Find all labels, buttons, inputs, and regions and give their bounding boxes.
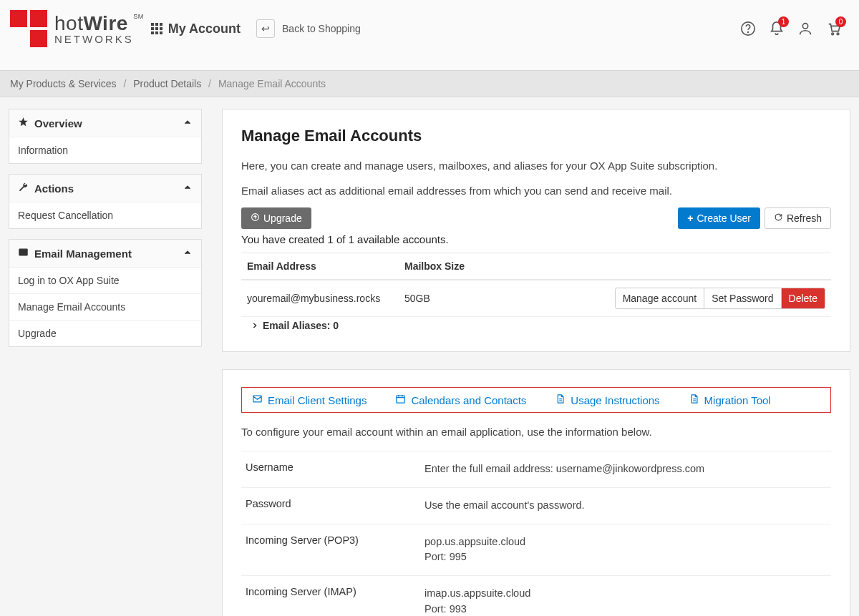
refresh-icon	[774, 212, 783, 224]
logo-icon	[10, 10, 47, 47]
sidebar-item-information[interactable]: Information	[9, 137, 201, 163]
back-label: Back to Shopping	[282, 23, 361, 34]
tab-migration-tool[interactable]: Migration Tool	[689, 393, 771, 406]
create-user-label: Create User	[697, 212, 751, 224]
tab-a-label: Email Client Settings	[268, 394, 367, 406]
tab-email-client-settings[interactable]: Email Client Settings	[252, 393, 367, 406]
apps-grid-icon	[151, 23, 162, 34]
svg-point-1	[748, 32, 749, 33]
main-content: Manage Email Accounts Here, you can crea…	[222, 109, 850, 616]
header-icons: 1 0	[740, 21, 849, 36]
breadcrumb-products[interactable]: My Products & Services	[10, 78, 117, 89]
manage-account-button[interactable]: Manage account	[615, 288, 705, 309]
refresh-button[interactable]: Refresh	[765, 207, 831, 229]
brand-networks: NETWORKS	[54, 34, 134, 44]
desc-1: Here, you can create and manage users, m…	[241, 158, 831, 175]
sidebar-item-ox-login[interactable]: Log in to OX App Suite	[9, 267, 201, 293]
sidebar-item-manage-email[interactable]: Manage Email Accounts	[9, 293, 201, 320]
settings-row-password: Password Use the email account's passwor…	[241, 487, 831, 524]
user-icon[interactable]	[797, 21, 813, 36]
svg-point-3	[832, 33, 834, 35]
page-title: Manage Email Accounts	[241, 127, 831, 145]
table-header: Email Address Mailbox Size	[241, 253, 831, 280]
manage-email-card: Manage Email Accounts Here, you can crea…	[222, 109, 850, 352]
document-icon	[555, 393, 566, 406]
logo-text: hotWireSM NETWORKS	[54, 14, 134, 44]
upgrade-button[interactable]: Upgrade	[241, 207, 311, 229]
help-icon[interactable]	[740, 21, 756, 36]
sidebar-item-cancel[interactable]: Request Cancellation	[9, 202, 201, 228]
settings-table: Username Enter the full email address: u…	[241, 451, 831, 616]
breadcrumb: My Products & Services / Product Details…	[0, 70, 859, 97]
cell-email: youremail@mybusiness.rocks	[247, 293, 404, 304]
brand-hot: hot	[54, 12, 83, 34]
sidebar-header-email[interactable]: Email Management	[9, 240, 201, 267]
cart-badge: 0	[835, 16, 846, 27]
settings-row-imap: Incoming Server (IMAP) imap.us.appsuite.…	[241, 575, 831, 616]
col-email: Email Address	[247, 260, 404, 272]
accounts-count-note: You have created 1 of 1 available accoun…	[241, 233, 831, 245]
plus-icon: +	[687, 212, 693, 224]
desc-2: Email aliases act as additional email ad…	[241, 183, 831, 200]
brand-sm: SM	[133, 14, 144, 20]
document-icon	[689, 393, 699, 406]
table-row: youremail@mybusiness.rocks 50GB Manage a…	[241, 280, 831, 317]
accounts-table: Email Address Mailbox Size youremail@myb…	[241, 253, 831, 334]
my-account-label: My Account	[168, 21, 241, 36]
sidebar-header-actions[interactable]: Actions	[9, 175, 201, 202]
svg-point-2	[802, 24, 807, 29]
client-settings-card: Email Client Settings Calendars and Cont…	[222, 369, 850, 616]
settings-tabs: Email Client Settings Calendars and Cont…	[241, 387, 831, 413]
tab-calendars-contacts[interactable]: Calendars and Contacts	[395, 393, 526, 406]
overview-title: Overview	[34, 117, 82, 129]
notifications-badge: 1	[778, 16, 789, 27]
chevron-up-icon	[183, 117, 193, 129]
envelope-icon	[18, 247, 29, 260]
svg-rect-8	[397, 396, 404, 403]
sidebar-panel-email: Email Management Log in to OX App Suite …	[9, 239, 202, 347]
email-title: Email Management	[34, 248, 132, 260]
sidebar-item-upgrade[interactable]: Upgrade	[9, 320, 201, 346]
envelope-icon	[252, 393, 263, 406]
cart-icon[interactable]: 0	[826, 21, 842, 36]
aliases-label: Email Aliases: 0	[263, 320, 339, 331]
upgrade-label: Upgrade	[263, 212, 302, 224]
app-header: hotWireSM NETWORKS My Account ↩ Back to …	[0, 0, 859, 70]
notifications-icon[interactable]: 1	[769, 21, 785, 36]
tab-usage-instructions[interactable]: Usage Instructions	[555, 393, 659, 406]
breadcrumb-details[interactable]: Product Details	[133, 78, 201, 89]
sidebar: Overview Information Actions Request Can…	[9, 109, 202, 616]
sidebar-panel-actions: Actions Request Cancellation	[9, 174, 202, 229]
config-note: To configure your email account within a…	[241, 426, 831, 438]
set-password-button[interactable]: Set Password	[704, 288, 781, 309]
row-actions: Manage account Set Password Delete	[611, 288, 825, 309]
breadcrumb-current: Manage Email Accounts	[218, 78, 326, 89]
tab-c-label: Usage Instructions	[571, 394, 659, 406]
wrench-icon	[18, 182, 29, 195]
delete-button[interactable]: Delete	[781, 288, 825, 309]
back-to-shopping-link[interactable]: ↩ Back to Shopping	[256, 19, 361, 38]
sidebar-panel-overview: Overview Information	[9, 109, 202, 164]
settings-row-username: Username Enter the full email address: u…	[241, 451, 831, 487]
col-size: Mailbox Size	[404, 260, 611, 272]
brand-wire: Wire	[83, 12, 127, 34]
chevron-right-icon	[251, 320, 258, 331]
chevron-up-icon	[183, 182, 193, 195]
star-icon	[18, 117, 29, 129]
refresh-label: Refresh	[787, 212, 822, 224]
chevron-up-icon	[183, 248, 193, 260]
settings-row-pop3: Incoming Server (POP3) pop.us.appsuite.c…	[241, 524, 831, 576]
tab-b-label: Calendars and Contacts	[411, 394, 526, 406]
actions-title: Actions	[34, 182, 74, 195]
my-account-link[interactable]: My Account	[151, 21, 241, 36]
svg-point-4	[837, 33, 839, 35]
back-arrow-icon: ↩	[256, 19, 275, 38]
tab-d-label: Migration Tool	[704, 394, 771, 406]
sidebar-header-overview[interactable]: Overview	[9, 109, 201, 137]
create-user-button[interactable]: + Create User	[678, 207, 760, 229]
calendar-icon	[395, 393, 406, 406]
cell-size: 50GB	[404, 293, 611, 304]
email-aliases-toggle[interactable]: Email Aliases: 0	[241, 317, 831, 334]
arrow-up-circle-icon	[251, 212, 260, 224]
accounts-toolbar: Upgrade + Create User Refresh	[241, 207, 831, 229]
